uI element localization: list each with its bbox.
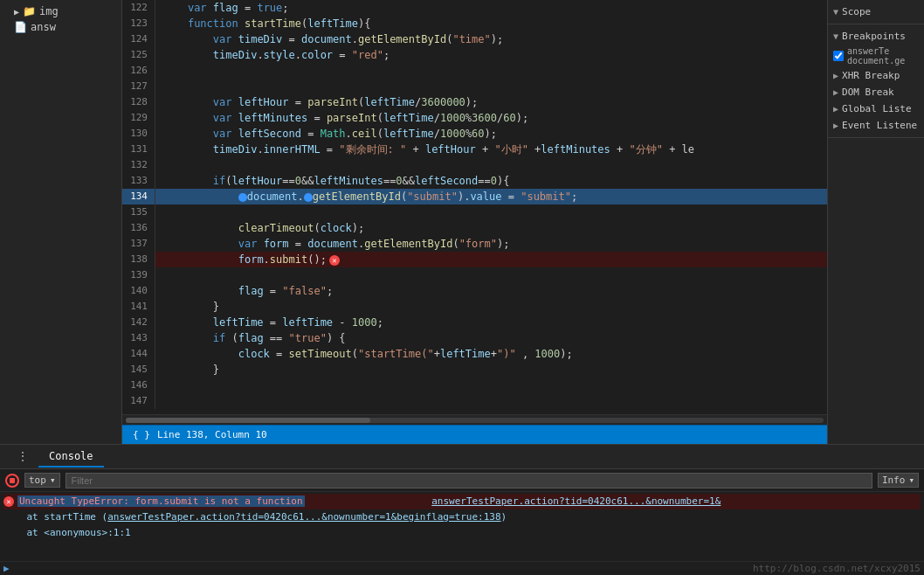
file-tree-item-answ[interactable]: 📄 answ <box>0 19 121 35</box>
info-dropdown-arrow: ▾ <box>908 475 914 486</box>
line-number-146: 146 <box>122 378 155 393</box>
error-message-highlight: Uncaught TypeError: form.submit is not a… <box>17 495 305 507</box>
line-number-124: 124 <box>122 31 155 47</box>
console-cursor-line: ▶ http://blog.csdn.net/xcxy2015 <box>0 561 924 575</box>
line-number-143: 143 <box>122 330 155 346</box>
file-tree-label-answ: answ <box>31 21 56 33</box>
line-content-124: var timeDiv = document.getElementById("t… <box>155 31 827 47</box>
error-source-link[interactable]: answerTestPaper.action?tid=0420c61...&no… <box>431 495 721 507</box>
kebab-icon: ⋮ <box>17 450 28 462</box>
xhr-arrow: ▶ <box>833 71 838 80</box>
indent-space2 <box>3 526 27 540</box>
line-content-123: function startTime(leftTime){ <box>155 16 827 31</box>
dom-arrow: ▶ <box>833 87 838 97</box>
breakpoints-arrow: ▼ <box>833 31 838 41</box>
top-label: top <box>29 475 46 486</box>
dom-break-header[interactable]: ▶ DOM Break <box>828 84 924 100</box>
file-icon: 📄 <box>14 21 27 33</box>
line-number-135: 135 <box>122 204 155 220</box>
line-number-123: 123 <box>122 16 155 31</box>
line-content-132 <box>155 157 827 173</box>
line-content-146 <box>155 378 827 393</box>
expand-arrow: ▶ <box>14 7 19 17</box>
line-content-122: var flag = true; <box>155 0 827 16</box>
console-tab-console[interactable]: Console <box>38 447 104 468</box>
scope-section: ▼ Scope <box>828 0 924 24</box>
console-content: ✕ Uncaught TypeError: form.submit is not… <box>0 492 924 561</box>
code-line-146: 146 <box>122 378 827 393</box>
console-error-message: Uncaught TypeError: form.submit is not a… <box>17 495 721 509</box>
code-horizontal-scrollbar[interactable] <box>122 414 827 425</box>
clear-console-button[interactable] <box>5 474 19 488</box>
line-number-139: 139 <box>122 267 155 283</box>
line-content-143: if (flag == "true") { <box>155 330 827 346</box>
dom-break-label: DOM Break <box>842 87 894 98</box>
console-tab-label: Console <box>49 450 93 462</box>
line-content-130: var leftSecond = Math.ceil(leftTime/1000… <box>155 126 827 142</box>
breakpoint-checkbox-1[interactable] <box>833 51 844 61</box>
code-line-133: 133 if(leftHour==0&&leftMinutes==0&&left… <box>122 173 827 189</box>
at-anon-text: at <anonymous>:1:1 <box>27 526 131 540</box>
start-time-link[interactable]: answerTestPaper.action?tid=0420c61...&no… <box>107 510 500 524</box>
line-number-145: 145 <box>122 362 155 378</box>
global-arrow: ▶ <box>833 104 838 114</box>
event-label: Event Listene <box>842 120 917 131</box>
line-number-129: 129 <box>122 110 155 126</box>
breakpoint-item-1[interactable]: answerTe document.ge <box>828 45 924 67</box>
global-listeners-header[interactable]: ▶ Global Liste <box>828 100 924 117</box>
line-content-133: if(leftHour==0&&leftMinutes==0&&leftSeco… <box>155 173 827 189</box>
scrollbar-thumb <box>126 418 370 423</box>
line-content-136: clearTimeout(clock); <box>155 220 827 236</box>
code-line-127: 127 <box>122 79 827 94</box>
scope-arrow: ▼ <box>833 7 838 17</box>
line-content-129: var leftMinutes = parseInt(leftTime/1000… <box>155 110 827 126</box>
line-number-122: 122 <box>122 0 155 16</box>
code-line-126: 126 <box>122 63 827 79</box>
line-number-133: 133 <box>122 173 155 189</box>
line-content-134: document.getElementById("submit").value … <box>155 189 827 204</box>
line-content-140: flag = "false"; <box>155 283 827 299</box>
code-line-128: 128 var leftHour = parseInt(leftTime/360… <box>122 94 827 110</box>
info-label: Info <box>882 475 906 486</box>
line-number-125: 125 <box>122 47 155 63</box>
line-number-140: 140 <box>122 283 155 299</box>
context-select[interactable]: top ▾ <box>24 473 60 488</box>
code-line-130: 130 var leftSecond = Math.ceil(leftTime/… <box>122 126 827 142</box>
line-number-141: 141 <box>122 299 155 315</box>
line-number-134: 134 <box>122 189 155 204</box>
log-level-select[interactable]: Info ▾ <box>878 473 919 488</box>
code-line-125: 125 timeDiv.style.color = "red"; <box>122 47 827 63</box>
line-number-128: 128 <box>122 94 155 110</box>
code-line-122: 122 var flag = true; <box>122 0 827 16</box>
code-line-141: 141 } <box>122 299 827 315</box>
scope-header[interactable]: ▼ Scope <box>828 3 924 20</box>
breakpoints-label: Breakpoints <box>842 31 906 42</box>
console-tab-kebab[interactable]: ⋮ <box>7 447 38 468</box>
line-content-131: timeDiv.innerHTML = "剩余时间: " + leftHour … <box>155 142 827 157</box>
console-filter-input[interactable] <box>66 473 872 488</box>
event-listeners-header[interactable]: ▶ Event Listene <box>828 117 924 134</box>
file-tree-item-img[interactable]: ▶ 📁 img <box>0 3 121 19</box>
console-error-detail-1: at startTime ( answerTestPaper.action?ti… <box>3 509 921 525</box>
indent-space <box>3 510 27 524</box>
breakpoints-header[interactable]: ▼ Breakpoints <box>828 28 924 45</box>
file-tree: ▶ 📁 img 📄 answ <box>0 0 122 444</box>
line-content-125: timeDiv.style.color = "red"; <box>155 47 827 63</box>
line-content-127 <box>155 79 827 94</box>
right-panel: ▼ Scope ▼ Breakpoints answerTe document.… <box>828 0 924 444</box>
line-content-145: } <box>155 362 827 378</box>
xhr-breakpoints-header[interactable]: ▶ XHR Breakp <box>828 67 924 84</box>
line-content-138: form.submit();✕ <box>155 252 827 267</box>
code-line-124: 124 var timeDiv = document.getElementByI… <box>122 31 827 47</box>
code-line-138: 138 form.submit();✕ <box>122 252 827 267</box>
xhr-label: XHR Breakp <box>842 70 900 81</box>
line-number-144: 144 <box>122 346 155 362</box>
console-tabs: ⋮ Console <box>0 445 924 469</box>
code-line-131: 131 timeDiv.innerHTML = "剩余时间: " + leftH… <box>122 142 827 157</box>
line-number-136: 136 <box>122 220 155 236</box>
line-content-144: clock = setTimeout("startTime("+leftTime… <box>155 346 827 362</box>
stop-inner <box>10 478 15 483</box>
code-editor: 122 var flag = true; 123 function startT… <box>122 0 828 444</box>
line-content-128: var leftHour = parseInt(leftTime/3600000… <box>155 94 827 110</box>
global-label: Global Liste <box>842 103 911 114</box>
